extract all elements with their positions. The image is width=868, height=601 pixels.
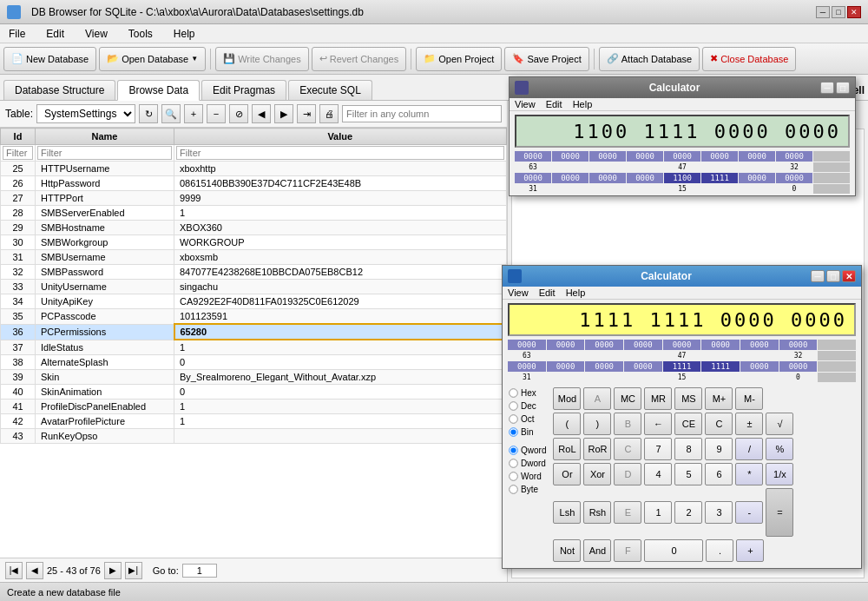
radio-qword[interactable]: Qword xyxy=(508,445,546,456)
calc1-menu-edit[interactable]: Edit xyxy=(546,99,562,109)
calc-f-btn[interactable]: F xyxy=(614,539,641,562)
radio-oct[interactable]: Oct xyxy=(508,413,546,425)
menu-view[interactable]: View xyxy=(80,26,113,42)
calc-8-btn[interactable]: 8 xyxy=(674,438,702,460)
calc-mc-btn[interactable]: MC xyxy=(614,387,641,410)
calc-b-btn[interactable]: B xyxy=(614,413,641,435)
calc-3-btn[interactable]: 3 xyxy=(705,501,733,524)
open-project-btn[interactable]: 📁 Open Project xyxy=(416,47,502,71)
calculator-2[interactable]: Calculator ─ □ ✕ View Edit Help 1111 111… xyxy=(502,265,862,569)
calc2-close-btn[interactable]: ✕ xyxy=(842,270,856,282)
calc-plus-btn[interactable]: + xyxy=(736,539,764,562)
first-page-btn[interactable]: |◀ xyxy=(5,562,23,579)
calc-minus-btn[interactable]: - xyxy=(735,501,763,524)
attach-database-btn[interactable]: 🔗 Attach Database xyxy=(599,47,700,71)
calc-lsh-btn[interactable]: Lsh xyxy=(553,501,581,524)
table-row[interactable]: 39SkinBy_Srealmoreno_Elegant_Without_Ava… xyxy=(1,370,507,385)
tab-browse-data[interactable]: Browse Data xyxy=(117,80,200,101)
calc-div-btn[interactable]: / xyxy=(735,438,763,460)
calc-back-btn[interactable]: ← xyxy=(644,413,672,435)
calc-dot-btn[interactable]: . xyxy=(706,539,733,562)
calc1-menu-view[interactable]: View xyxy=(515,99,536,109)
write-changes-btn[interactable]: 💾 Write Changes xyxy=(215,47,309,71)
table-row[interactable]: 43RunKeyOpso xyxy=(1,429,507,444)
table-row[interactable]: 36PCPermissions65280 xyxy=(1,324,507,340)
calc-ce-btn[interactable]: CE xyxy=(674,413,702,435)
calc-mr-btn[interactable]: MR xyxy=(644,387,672,410)
table-row[interactable]: 25HTTPUsernamexboxhttp xyxy=(1,162,507,176)
calc2-menu-view[interactable]: View xyxy=(508,287,529,298)
calc-e-btn[interactable]: E xyxy=(614,501,641,524)
table-row[interactable]: 33UnityUsernamesingachu xyxy=(1,280,507,294)
radio-dec[interactable]: Dec xyxy=(508,400,546,412)
radio-word[interactable]: Word xyxy=(508,471,546,482)
table-select[interactable]: SystemSettings xyxy=(36,104,135,123)
calc-mod-btn[interactable]: Mod xyxy=(553,387,581,410)
calc-mplus-btn[interactable]: M+ xyxy=(705,387,733,410)
clear-filters-btn[interactable]: ⊘ xyxy=(229,104,248,123)
calc-9-btn[interactable]: 9 xyxy=(705,438,733,460)
menu-file[interactable]: File xyxy=(3,26,30,42)
filter-name-input[interactable] xyxy=(37,146,172,160)
calc-ms-btn[interactable]: MS xyxy=(674,387,702,410)
calc-a-btn[interactable]: A xyxy=(583,387,611,410)
calc-pct-btn[interactable]: % xyxy=(766,438,793,460)
table-row[interactable]: 29SMBHostnameXBOX360 xyxy=(1,221,507,235)
calc2-menu-edit[interactable]: Edit xyxy=(539,287,556,298)
calc-c-btn[interactable]: C xyxy=(705,413,733,435)
data-table[interactable]: Id Name Value 25HTTPUsernamexboxhttp26Ht… xyxy=(0,128,507,558)
calc1-minimize-btn[interactable]: ─ xyxy=(820,82,834,94)
calc-eq-btn[interactable]: = xyxy=(766,488,793,537)
calc-pm-btn[interactable]: ± xyxy=(735,413,763,435)
calc-or-btn[interactable]: Or xyxy=(553,463,581,485)
table-row[interactable]: 34UnityApiKeyCA9292E2F40D811FA019325C0E6… xyxy=(1,294,507,309)
close-database-btn[interactable]: ✖ Close Database xyxy=(702,47,796,71)
new-record-btn[interactable]: + xyxy=(184,104,203,123)
filter-btn[interactable]: 🔍 xyxy=(161,104,181,123)
radio-hex[interactable]: Hex xyxy=(508,387,546,399)
calc-d-btn[interactable]: D xyxy=(614,463,641,485)
open-database-btn[interactable]: 📂 Open Database ▼ xyxy=(99,47,206,71)
calc-mminus-btn[interactable]: M- xyxy=(735,387,763,410)
table-row[interactable]: 42AvatarProfilePicture1 xyxy=(1,414,507,429)
calc-1-btn[interactable]: 1 xyxy=(644,501,672,524)
calc-rol-btn[interactable]: RoL xyxy=(553,438,581,460)
table-row[interactable]: 41ProfileDiscPanelEnabled1 xyxy=(1,400,507,414)
new-database-btn[interactable]: 📄 New Database xyxy=(3,47,96,71)
goto-btn[interactable]: ⇥ xyxy=(297,104,316,123)
close-btn[interactable]: ✕ xyxy=(847,6,861,18)
revert-changes-btn[interactable]: ↩ Revert Changes xyxy=(312,47,407,71)
calc-0-btn[interactable]: 0 xyxy=(644,539,703,562)
prev-page-nav-btn[interactable]: ◀ xyxy=(26,562,43,579)
radio-dword[interactable]: Dword xyxy=(508,458,546,469)
calc-lpar-btn[interactable]: ( xyxy=(553,413,581,435)
calc-xor-btn[interactable]: Xor xyxy=(583,463,611,485)
calc-and-btn[interactable]: And xyxy=(583,539,611,562)
table-row[interactable]: 37IdleStatus1 xyxy=(1,340,507,355)
filter-value-input[interactable] xyxy=(176,146,504,160)
calc-c2-btn[interactable]: C xyxy=(614,438,641,460)
minimize-btn[interactable]: ─ xyxy=(816,6,830,18)
table-row[interactable]: 31SMBUsernamexboxsmb xyxy=(1,250,507,265)
table-row[interactable]: 26HttpPassword08615140BB390E37D4C711CF2E… xyxy=(1,176,507,191)
calc-mul-btn[interactable]: * xyxy=(735,463,763,485)
calc-4-btn[interactable]: 4 xyxy=(644,463,672,485)
tab-database-structure[interactable]: Database Structure xyxy=(3,80,115,100)
calc-not-btn[interactable]: Not xyxy=(553,539,581,562)
last-page-btn[interactable]: ▶| xyxy=(125,562,142,579)
radio-byte[interactable]: Byte xyxy=(508,484,546,495)
save-project-btn[interactable]: 🔖 Save Project xyxy=(504,47,589,71)
calc-6-btn[interactable]: 6 xyxy=(705,463,733,485)
calc2-menu-help[interactable]: Help xyxy=(566,287,586,298)
menu-edit[interactable]: Edit xyxy=(41,26,69,42)
refresh-btn[interactable]: ↻ xyxy=(139,104,158,123)
tab-edit-pragmas[interactable]: Edit Pragmas xyxy=(201,80,286,100)
calc-2-btn[interactable]: 2 xyxy=(674,501,702,524)
radio-bin[interactable]: Bin xyxy=(508,426,546,438)
table-row[interactable]: 32SMBPassword847077E4238268E10BBCDA075EB… xyxy=(1,265,507,280)
calc-inv-btn[interactable]: 1/x xyxy=(766,463,793,485)
tab-execute-sql[interactable]: Execute SQL xyxy=(288,80,372,100)
prev-page-btn[interactable]: ◀ xyxy=(252,104,271,123)
next-page-btn[interactable]: ▶ xyxy=(274,104,293,123)
goto-input[interactable] xyxy=(182,564,217,578)
